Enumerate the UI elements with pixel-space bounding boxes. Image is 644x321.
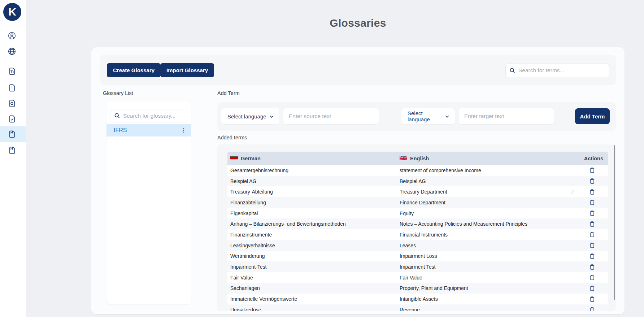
term-target: Fair Value (400, 275, 422, 281)
delete-term-button[interactable] (589, 221, 595, 227)
delete-term-button[interactable] (589, 231, 595, 238)
delete-term-button[interactable] (589, 253, 595, 259)
term-source: Impairment-Test (227, 264, 400, 270)
term-source: Sachanlagen (227, 285, 400, 291)
term-target-cell: Notes – Accounting Policies and Measurem… (400, 221, 576, 227)
term-target: Revenue (400, 307, 420, 311)
target-text-input[interactable] (459, 113, 554, 120)
document-search-icon[interactable] (7, 99, 17, 108)
term-target: Financial Instruments (400, 232, 448, 238)
term-source: Umsatzerlöse (227, 307, 400, 311)
sidebar: K Tt T (0, 0, 26, 321)
uk-flag-icon (400, 156, 407, 161)
document-check-icon[interactable] (7, 114, 17, 123)
glossary-item-ifrs[interactable]: IFRS (106, 124, 191, 136)
search-icon (114, 113, 120, 119)
term-source: Gesamtergebnisrechnung (227, 168, 400, 173)
delete-term-button[interactable] (589, 307, 595, 311)
delete-term-button[interactable] (589, 242, 595, 248)
delete-term-button[interactable] (589, 189, 595, 195)
delete-term-button[interactable] (589, 210, 595, 216)
search-icon (509, 68, 515, 74)
added-terms-label: Added terms (217, 135, 247, 140)
terms-table: German English Actions (227, 152, 608, 311)
term-target-cell: statement of comprehensive Income (400, 168, 576, 173)
term-source: Fair Value (227, 275, 400, 281)
glossary-bookmark-secondary-icon[interactable] (7, 146, 17, 155)
svg-text:T: T (11, 86, 13, 90)
term-target: Impairment Test (400, 264, 435, 270)
term-row: Anhang – Bilanzierungs- und Bewertungsme… (227, 218, 608, 229)
term-target: Finance Department (400, 200, 445, 205)
term-target-cell: Revenue (400, 307, 576, 311)
source-text-input[interactable] (283, 113, 379, 120)
term-target-cell: Finance Department (400, 200, 576, 205)
svg-text:Tt: Tt (10, 69, 13, 73)
source-language-select[interactable]: Select language (221, 108, 279, 124)
target-language-select-value: Select language (408, 110, 445, 122)
term-row: Leasingverhältnisse Leases (227, 240, 608, 251)
logo-letter: K (8, 6, 16, 17)
glossary-item-name: IFRS (114, 127, 127, 134)
add-term-button[interactable]: Add Term (575, 108, 610, 124)
term-target: Leases (400, 243, 416, 248)
kebab-menu-icon[interactable] (181, 127, 186, 133)
term-row: Finanzinstrumente Financial Instruments (227, 229, 608, 240)
term-row: Immaterielle Vermögenswerte Intangible A… (227, 294, 608, 304)
term-row: Finanzabteilung Finance Department (227, 197, 608, 208)
term-row: Gesamtergebnisrechnung statement of comp… (227, 165, 608, 176)
term-row: Wertminderung Impairment Loss (227, 251, 608, 262)
delete-term-button[interactable] (589, 178, 595, 184)
term-target: Property, Plant and Equipment (400, 285, 468, 291)
source-column-header: German (241, 156, 261, 161)
term-target-cell: Financial Instruments (400, 232, 576, 238)
chevron-down-icon (445, 114, 449, 119)
term-target-cell: Impairment Loss (400, 253, 576, 259)
delete-term-button[interactable] (589, 285, 595, 291)
document-font-icon[interactable]: Tt (7, 66, 17, 76)
german-flag-icon (230, 156, 238, 161)
sidebar-divider (0, 26, 26, 26)
app-logo[interactable]: K (3, 3, 21, 21)
term-source: Finanzinstrumente (227, 232, 400, 238)
term-target: Beispiel AG (400, 178, 426, 184)
edit-icon[interactable] (570, 189, 575, 195)
glossary-search (110, 109, 187, 122)
terms-table-body: Gesamtergebnisrechnung statement of comp… (227, 165, 608, 311)
actions-column-header: Actions (576, 156, 608, 161)
glossary-list-card: IFRS (106, 102, 191, 304)
term-target-cell: Fair Value (400, 275, 576, 281)
term-row: Impairment-Test Impairment Test (227, 261, 608, 272)
term-target-cell: Property, Plant and Equipment (400, 285, 576, 291)
term-target: Notes – Accounting Policies and Measurem… (400, 221, 527, 227)
glossary-bookmark-icon[interactable] (7, 129, 17, 139)
term-source: Immaterielle Vermögenswerte (227, 296, 400, 302)
create-glossary-button[interactable]: Create Glossary (107, 63, 161, 77)
import-glossary-button[interactable]: Import Glossary (160, 63, 214, 77)
term-target-cell: Impairment Test (400, 264, 576, 270)
chevron-down-icon (269, 114, 274, 119)
user-icon[interactable] (7, 31, 17, 40)
document-text-icon[interactable]: T (7, 83, 17, 92)
target-language-select[interactable]: Select language (401, 108, 455, 124)
glossaries-page: K Tt T (0, 0, 644, 321)
term-row: Beispiel AG Beispiel AG (227, 176, 608, 187)
delete-term-button[interactable] (589, 167, 595, 173)
term-row: Eigenkapital Equity (227, 208, 608, 219)
term-row: Umsatzerlöse Revenue (227, 304, 608, 311)
term-source: Wertminderung (227, 253, 400, 259)
delete-term-button[interactable] (589, 296, 595, 302)
terms-search-input[interactable] (518, 67, 605, 74)
delete-term-button[interactable] (589, 199, 595, 205)
term-target-cell: Equity (400, 211, 576, 216)
glossary-search-input[interactable] (123, 113, 183, 119)
term-source: Finanzabteilung (227, 200, 400, 205)
delete-term-button[interactable] (589, 274, 595, 281)
term-target: Impairment Loss (400, 253, 437, 259)
delete-term-button[interactable] (589, 264, 595, 270)
term-target-cell: Treasury Department (400, 189, 576, 195)
term-source: Leasingverhältnisse (227, 243, 400, 248)
target-text-field (459, 108, 554, 124)
globe-icon[interactable] (7, 47, 17, 56)
table-scrollbar[interactable] (614, 145, 615, 300)
